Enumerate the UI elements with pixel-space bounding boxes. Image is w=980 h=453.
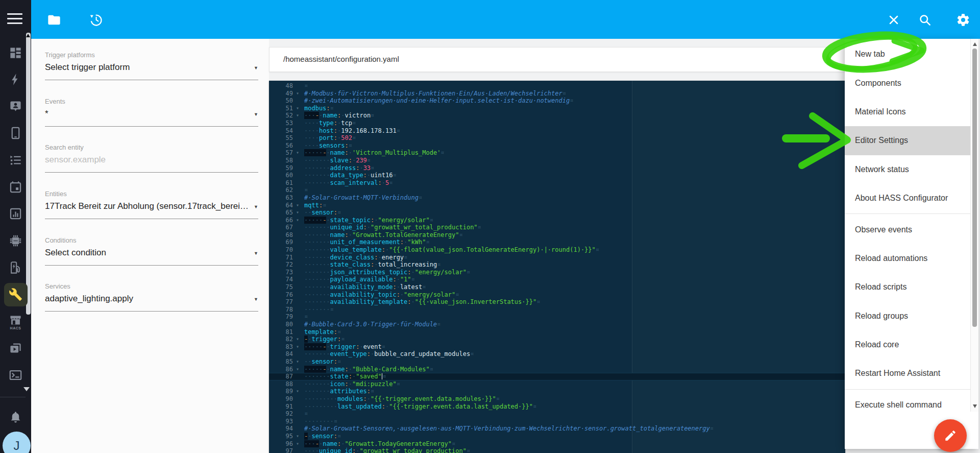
- menu-item-editor-settings[interactable]: Editor Settings: [845, 126, 970, 155]
- fold-arrow-icon[interactable]: ▾: [296, 217, 304, 224]
- menu-item-reload-scripts[interactable]: Reload scripts: [845, 273, 970, 301]
- editor-line-76: 76·······availability_topic:·"energy/sol…: [269, 291, 845, 299]
- folder-icon[interactable]: [47, 13, 61, 27]
- fold-arrow-icon[interactable]: ▾: [296, 209, 304, 217]
- fold-arrow-icon[interactable]: ▾: [296, 358, 304, 366]
- services-select[interactable]: Servicesadaptive_lighting.apply▼: [45, 282, 258, 329]
- search-icon[interactable]: [918, 13, 932, 27]
- fold-arrow-icon[interactable]: ▾: [296, 433, 304, 440]
- sidebar-item-person-badge[interactable]: [0, 94, 31, 118]
- menu-item-observe-events[interactable]: Observe events: [845, 215, 970, 244]
- editor-line-49: 49▾#·Modbus·für·Victron·Multiplus·Funkti…: [269, 90, 845, 98]
- field-label: Entities: [45, 190, 258, 198]
- menu-item-execute-shell-command[interactable]: Execute shell command: [845, 391, 970, 419]
- editor-line-67: 67·······unique_id:·"growatt_wr_total_pr…: [269, 224, 845, 231]
- trigger-platform-select[interactable]: Trigger platformsSelect trigger platform…: [45, 51, 258, 98]
- code-editor[interactable]: 48¤49▾#·Modbus·für·Victron·Multiplus·Fun…: [269, 81, 845, 453]
- events-select[interactable]: Events*▼: [45, 98, 258, 144]
- fold-arrow-icon[interactable]: ▾: [296, 343, 304, 351]
- menu-scrollbar-thumb[interactable]: [972, 49, 977, 327]
- editor-line-94: 94#·Solar·Growatt·Sensoren,·ausgelesen·a…: [269, 425, 845, 433]
- editor-line-88: 88·······icon:·"mdi:puzzle"¤: [269, 380, 845, 388]
- field-underline: [45, 172, 258, 173]
- menu-item-material-icons[interactable]: Material Icons: [845, 98, 970, 126]
- menu-item-restart-home-assistant[interactable]: Restart Home Assistant: [845, 359, 970, 388]
- chevron-down-icon[interactable]: ▼: [254, 112, 258, 117]
- history-icon[interactable]: [89, 13, 103, 27]
- chevron-down-icon[interactable]: ▼: [254, 204, 258, 209]
- editor-line-73: 73·······json_attributes_topic:·"energy/…: [269, 269, 845, 276]
- editor-line-71: 71·······device_class:·energy¤: [269, 254, 845, 261]
- sidebar-item-chart-box[interactable]: [0, 202, 31, 226]
- app-toolbar: [31, 0, 980, 39]
- sidebar-scroll-down-icon[interactable]: [23, 387, 30, 391]
- fold-arrow-icon[interactable]: ▾: [296, 366, 304, 373]
- sidebar-item-calendar[interactable]: [0, 175, 31, 199]
- field-underline: [45, 126, 258, 127]
- menu-item-network-status[interactable]: Network status: [845, 155, 970, 184]
- editor-line-69: 69·······unit_of_measurement:·"kWh"¤: [269, 239, 845, 246]
- field-value[interactable]: adaptive_lighting.apply: [45, 294, 251, 304]
- menu-item-components[interactable]: Components: [845, 68, 970, 97]
- user-avatar[interactable]: J: [3, 432, 31, 453]
- conditions-select[interactable]: ConditionsSelect condition▼: [45, 236, 258, 283]
- fold-arrow-icon[interactable]: ▾: [296, 440, 304, 448]
- chevron-down-icon[interactable]: ▼: [254, 251, 258, 256]
- notifications-bell-icon[interactable]: [9, 411, 22, 426]
- editor-line-64: 64▾mqtt:¤: [269, 202, 845, 209]
- search-entity-input[interactable]: Search entitysensor.example: [45, 144, 258, 190]
- tablet-icon: [9, 126, 22, 140]
- entities-select[interactable]: Entities17Track Bereit zur Abholung (sen…: [45, 190, 258, 236]
- menu-scrollbar[interactable]: [970, 39, 978, 412]
- fold-arrow-icon[interactable]: ▾: [296, 105, 304, 112]
- pencil-icon: [944, 429, 957, 442]
- fold-arrow-icon[interactable]: ▾: [296, 112, 304, 120]
- settings-gear-icon[interactable]: [956, 13, 970, 27]
- sidebar-item-terminal[interactable]: [0, 364, 31, 387]
- editor-line-89: 89▾·······attributes:¤: [269, 388, 845, 395]
- sidebar-item-bolt[interactable]: [0, 68, 31, 91]
- close-icon[interactable]: [887, 13, 901, 27]
- sidebar-item-ev-station[interactable]: [0, 256, 31, 279]
- chevron-down-icon[interactable]: ▼: [254, 297, 258, 302]
- hacs-icon: [9, 314, 22, 327]
- chevron-down-icon[interactable]: ▼: [254, 65, 258, 70]
- ev-station-icon: [9, 261, 22, 275]
- menu-scroll-down-icon[interactable]: [973, 404, 977, 408]
- editor-line-95: 95▾-·sensor:¤: [269, 433, 845, 440]
- menu-item-new-tab[interactable]: New tab: [845, 40, 970, 68]
- sidebar-item-hacs[interactable]: HACS: [0, 310, 31, 333]
- fold-arrow-icon[interactable]: ▾: [296, 90, 304, 98]
- field-label: Services: [45, 282, 258, 290]
- field-underline: [45, 80, 258, 80]
- menu-item-reload-groups[interactable]: Reload groups: [845, 302, 970, 330]
- sidebar-item-media[interactable]: [0, 337, 31, 360]
- sidebar-item-dashboard[interactable]: [0, 41, 31, 64]
- editor-line-87: 87·······state:·"saved"¤: [269, 373, 845, 380]
- field-value[interactable]: *: [45, 109, 251, 119]
- sidebar-item-tablet[interactable]: [0, 122, 31, 145]
- menu-item-reload-automations[interactable]: Reload automations: [845, 244, 970, 273]
- fold-arrow-icon[interactable]: ▾: [296, 388, 304, 395]
- editor-line-66: 66▾·····-·state_topic:·"energy/solar"¤: [269, 217, 845, 224]
- field-value[interactable]: Select condition: [45, 248, 251, 258]
- editor-line-57: 57▾·····-·name:·'Victron_Multiplus_Mode'…: [269, 149, 845, 157]
- field-value[interactable]: sensor.example: [45, 155, 251, 165]
- hamburger-menu-icon[interactable]: [7, 13, 22, 26]
- sidebar-scroll-up-icon[interactable]: [26, 34, 30, 37]
- editor-line-63: 63#·Solar·Growatt·MQTT·Verbindung¤: [269, 194, 845, 202]
- menu-item-about-hass-configurator[interactable]: About HASS Configurator: [845, 184, 970, 212]
- field-value[interactable]: Select trigger platform: [45, 62, 251, 73]
- sidebar-item-list[interactable]: [0, 149, 31, 172]
- menu-scroll-up-icon[interactable]: [973, 42, 977, 46]
- menu-item-reload-core[interactable]: Reload core: [845, 330, 970, 359]
- fold-arrow-icon[interactable]: ▾: [296, 149, 304, 157]
- editor-line-60: 60·······data_type:·uint16¤: [269, 172, 845, 179]
- fold-arrow-icon[interactable]: ▾: [296, 202, 304, 209]
- sidebar-item-wrench[interactable]: [0, 283, 31, 306]
- field-value[interactable]: 17Track Bereit zur Abholung (sensor.17tr…: [45, 201, 251, 211]
- hacs-label: HACS: [10, 326, 21, 330]
- edit-fab[interactable]: [934, 419, 967, 452]
- sidebar-item-chip[interactable]: [0, 229, 31, 253]
- fold-arrow-icon[interactable]: ▾: [296, 336, 304, 343]
